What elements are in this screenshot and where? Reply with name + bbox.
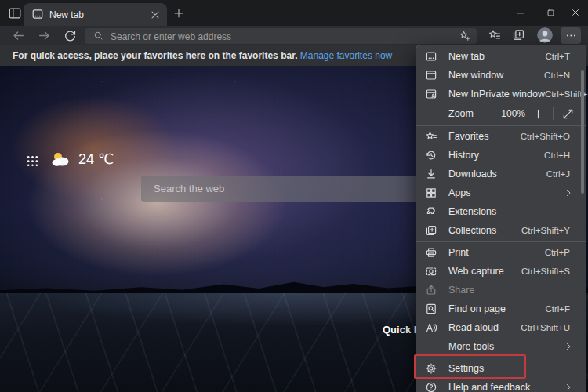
zoom-out-icon[interactable] bbox=[482, 108, 494, 120]
close-icon bbox=[571, 8, 580, 17]
zoom-in-icon[interactable] bbox=[532, 108, 544, 120]
menu-item-shortcut: Ctrl+Shift+U bbox=[521, 323, 570, 332]
tab-title: New tab bbox=[49, 9, 84, 20]
app-launcher-icon[interactable] bbox=[26, 154, 39, 168]
fullscreen-icon[interactable] bbox=[562, 108, 574, 120]
profile-avatar[interactable] bbox=[537, 27, 553, 43]
menu-item-read-aloud[interactable]: Read aloudCtrl+Shift+U bbox=[416, 318, 586, 337]
menu-item-help-and-feedback[interactable]: Help and feedback bbox=[416, 378, 586, 392]
toolbar: Search or enter web address bbox=[0, 26, 588, 45]
menu-item-shortcut: Ctrl+T bbox=[545, 52, 570, 61]
menu-item-shortcut: Ctrl+Shift+O bbox=[521, 132, 570, 141]
tab-strip: New tab bbox=[0, 0, 588, 26]
ellipsis-icon bbox=[565, 30, 577, 42]
apps-icon bbox=[425, 187, 437, 199]
menu-item-label: Share bbox=[448, 285, 575, 296]
menu-item-shortcut: Ctrl+Shift+S bbox=[521, 267, 570, 276]
menu-item-label: More tools bbox=[448, 341, 564, 352]
weather-widget[interactable]: 24 ℃ bbox=[50, 151, 114, 168]
tab-actions-menu-icon[interactable] bbox=[8, 6, 22, 20]
menu-item-zoom: Zoom100% bbox=[416, 103, 586, 124]
menu-item-shortcut: Ctrl+J bbox=[546, 169, 570, 179]
menu-item-share: Share bbox=[416, 281, 586, 299]
new-window-icon bbox=[425, 69, 437, 82]
menu-item-collections[interactable]: CollectionsCtrl+Shift+Y bbox=[416, 221, 586, 240]
menu-item-new-inprivate-window[interactable]: New InPrivate windowCtrl+Shift+N bbox=[416, 85, 586, 103]
extensions-icon bbox=[425, 205, 437, 218]
menu-item-new-window[interactable]: New windowCtrl+N bbox=[416, 66, 586, 85]
menu-item-label: Collections bbox=[448, 225, 521, 236]
search-icon bbox=[93, 31, 103, 41]
menu-icon-spacer bbox=[425, 340, 437, 353]
inprivate-icon bbox=[425, 88, 437, 100]
menu-item-label: Web capture bbox=[448, 266, 521, 277]
browser-tab[interactable]: New tab bbox=[24, 3, 167, 26]
menu-item-shortcut: Ctrl+F bbox=[545, 304, 570, 314]
menu-item-apps[interactable]: Apps bbox=[416, 183, 586, 202]
address-bar[interactable]: Search or enter web address bbox=[85, 28, 477, 44]
address-placeholder: Search or enter web address bbox=[111, 31, 231, 42]
menu-item-label: Extensions bbox=[448, 206, 575, 217]
settings-and-more-button[interactable] bbox=[561, 27, 581, 44]
menu-item-web-capture[interactable]: Web captureCtrl+Shift+S bbox=[416, 262, 586, 281]
menu-item-more-tools[interactable]: More tools bbox=[416, 337, 586, 356]
menu-item-label: History bbox=[448, 150, 544, 161]
forward-icon[interactable] bbox=[38, 29, 51, 42]
menu-item-new-tab[interactable]: New tabCtrl+T bbox=[416, 47, 586, 66]
menu-item-extensions[interactable]: Extensions bbox=[416, 202, 586, 221]
window-minimize-button[interactable] bbox=[511, 3, 530, 22]
menu-item-label: Find on page bbox=[448, 303, 545, 314]
menu-item-print[interactable]: PrintCtrl+P bbox=[416, 243, 586, 262]
menu-item-favorites[interactable]: FavoritesCtrl+Shift+O bbox=[416, 127, 586, 146]
read-aloud-icon bbox=[425, 321, 437, 334]
partly-cloudy-icon bbox=[50, 151, 72, 168]
window-close-button[interactable] bbox=[566, 3, 585, 22]
refresh-icon[interactable] bbox=[64, 29, 77, 42]
favorites-icon[interactable] bbox=[488, 28, 501, 42]
menu-separator bbox=[416, 241, 586, 242]
context-menu: New tabCtrl+TNew windowCtrl+NNew InPriva… bbox=[416, 45, 586, 392]
back-icon[interactable] bbox=[12, 29, 25, 42]
menu-item-label: New tab bbox=[448, 51, 545, 62]
menu-separator bbox=[416, 125, 586, 126]
menu-item-label: Favorites bbox=[448, 131, 521, 142]
menu-item-shortcut: Ctrl+N bbox=[544, 71, 570, 80]
menu-item-label: Read aloud bbox=[448, 322, 521, 333]
add-favorite-icon[interactable] bbox=[459, 30, 470, 42]
menu-item-shortcut: Ctrl+P bbox=[545, 248, 570, 257]
menu-item-downloads[interactable]: DownloadsCtrl+J bbox=[416, 165, 586, 183]
manage-favorites-link[interactable]: Manage favorites now bbox=[300, 50, 392, 61]
zoom-label: Zoom bbox=[448, 108, 478, 119]
downloads-icon bbox=[425, 168, 437, 180]
temperature-label: 24 ℃ bbox=[78, 151, 114, 168]
menu-item-label: Settings bbox=[448, 363, 575, 374]
maximize-icon bbox=[546, 9, 555, 17]
settings-icon bbox=[425, 362, 437, 375]
minimize-icon bbox=[517, 9, 525, 17]
print-icon bbox=[425, 246, 437, 259]
menu-scrollbar-thumb[interactable] bbox=[581, 70, 584, 194]
menu-item-settings[interactable]: Settings bbox=[416, 359, 586, 378]
context-menu-list: New tabCtrl+TNew windowCtrl+NNew InPriva… bbox=[416, 47, 586, 392]
web-search-placeholder: Search the web bbox=[154, 183, 224, 194]
menu-item-label: New window bbox=[448, 70, 544, 81]
web-search-box[interactable]: Search the web bbox=[141, 176, 423, 202]
collections-icon[interactable] bbox=[512, 28, 525, 42]
find-on-page-icon bbox=[425, 303, 437, 315]
zoom-value: 100% bbox=[501, 108, 525, 119]
new-tab-button[interactable] bbox=[173, 8, 184, 19]
new-tab-icon bbox=[425, 50, 437, 63]
history-icon bbox=[425, 149, 437, 162]
menu-item-label: Downloads bbox=[448, 169, 546, 180]
menu-item-history[interactable]: HistoryCtrl+H bbox=[416, 146, 586, 165]
tab-close-icon[interactable] bbox=[150, 9, 161, 20]
menu-item-shortcut: Ctrl+H bbox=[544, 151, 570, 160]
menu-item-label: Print bbox=[448, 247, 545, 258]
window-maximize-button[interactable] bbox=[541, 3, 560, 22]
menu-separator bbox=[416, 358, 586, 358]
menu-item-label: Help and feedback bbox=[448, 382, 564, 392]
submenu-arrow-icon bbox=[564, 342, 573, 351]
submenu-arrow-icon bbox=[564, 383, 573, 392]
menu-item-find-on-page[interactable]: Find on pageCtrl+F bbox=[416, 299, 586, 318]
browser-window: New tab Search or enter web address For … bbox=[0, 0, 588, 392]
